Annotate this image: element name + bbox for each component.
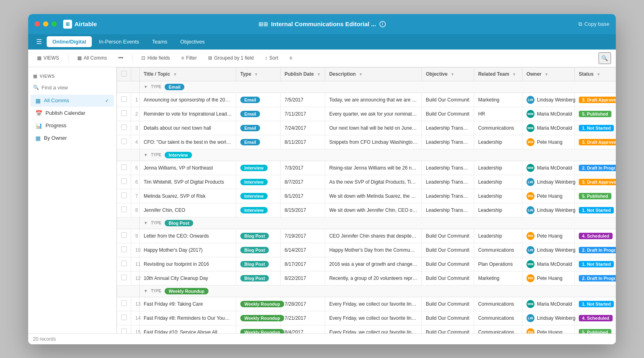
cell-owner[interactable]: LW Lindsay Weinberg	[522, 311, 574, 325]
cell-description[interactable]: Rising-star Jenna Williams will be 26 ne…	[325, 161, 421, 175]
cell-date[interactable]: 7/19/2017	[281, 229, 325, 243]
cell-type[interactable]: Email	[236, 135, 281, 149]
sidebar-item-publish-calendar[interactable]: 📅 Publish Calendar	[31, 107, 114, 119]
row-checkbox-cell[interactable]	[117, 121, 131, 135]
cell-objective[interactable]: Build Our Communit	[421, 271, 474, 285]
table-row[interactable]: 2 Reminder to vote for Inspirational Lea…	[117, 107, 616, 121]
table-row[interactable]: 10 Happy Mother's Day (2017) Blog Post 6…	[117, 243, 616, 257]
cell-date[interactable]: 7/11/2017	[281, 107, 325, 121]
row-checkbox[interactable]	[121, 139, 127, 144]
maximize-button[interactable]	[52, 21, 57, 27]
table-row[interactable]: 8 Jennifer Chin, CEO Interview 8/15/2017…	[117, 203, 616, 217]
tab-in-person-events[interactable]: In-Person Events	[93, 36, 145, 47]
header-description[interactable]: Description ▼	[325, 67, 421, 81]
header-checkbox[interactable]	[117, 67, 131, 81]
hide-fields-button[interactable]: ⊡ Hide fields	[137, 53, 174, 63]
cell-owner[interactable]: LW Lindsay Weinberg	[522, 243, 574, 257]
cell-team[interactable]: Communications	[474, 121, 522, 135]
header-related-team[interactable]: Related Team ▼	[474, 67, 522, 81]
header-objective[interactable]: Objective ▼	[421, 67, 474, 81]
cell-title[interactable]: Details about our next town hall	[140, 121, 236, 135]
cell-description[interactable]: Every quarter, we ask for your nominatio…	[325, 107, 421, 121]
cell-date[interactable]: 7/21/2017	[281, 311, 325, 325]
cell-date[interactable]: 8/22/2017	[281, 271, 325, 285]
cell-team[interactable]: Communications	[474, 297, 522, 311]
cell-title[interactable]: Letter from the CEO: Onwards	[140, 229, 236, 243]
cell-owner[interactable]: LW Lindsay Weinberg	[522, 175, 574, 189]
cell-description[interactable]: Happy Mother's Day from the Communicatio…	[325, 243, 421, 257]
tab-teams[interactable]: Teams	[147, 36, 173, 47]
sidebar-item-all-comms[interactable]: ▦ All Comms ✓	[31, 95, 114, 107]
row-checkbox-cell[interactable]	[117, 135, 131, 149]
cell-type[interactable]: Email	[236, 107, 281, 121]
cell-owner[interactable]: PH Pete Huang	[522, 135, 574, 149]
sidebar-item-progress[interactable]: 📊 Progress	[31, 120, 114, 132]
table-row[interactable]: 4 CFO: "Our talent is the best in the wo…	[117, 135, 616, 149]
row-height-button[interactable]: ≡	[285, 53, 296, 63]
row-checkbox[interactable]	[121, 178, 127, 184]
header-publish-date[interactable]: Publish Date ▼	[281, 67, 325, 81]
cell-date[interactable]: 7/28/2017	[281, 297, 325, 311]
table-row[interactable]: 3 Details about our next town hall Email…	[117, 121, 616, 135]
row-checkbox-cell[interactable]	[117, 93, 131, 107]
cell-description[interactable]: Our next town hall will be held on June …	[325, 121, 421, 135]
table-row[interactable]: 7 Melinda Suarez, SVP of Risk Interview …	[117, 189, 616, 203]
cell-owner[interactable]: PH Pete Huang	[522, 325, 574, 333]
group-button[interactable]: ⊞ Grouped by 1 field	[204, 53, 258, 63]
cell-date[interactable]: 7/24/2017	[281, 121, 325, 135]
cell-objective[interactable]: Build Our Communit	[421, 311, 474, 325]
cell-date[interactable]: 8/4/2017	[281, 325, 325, 333]
cell-objective[interactable]: Build Our Communit	[421, 257, 474, 271]
cell-team[interactable]: Leadership	[474, 135, 522, 149]
cell-status[interactable]: 2. Draft In Progr...	[574, 271, 616, 285]
cell-status[interactable]: 2. Draft In Progr...	[574, 243, 616, 257]
cell-team[interactable]: Leadership	[474, 175, 522, 189]
cell-title[interactable]: Revisiting our footprint in 2016	[140, 257, 236, 271]
minimize-button[interactable]	[43, 21, 48, 27]
cell-owner[interactable]: MM Maria McDonald	[522, 121, 574, 135]
filter-button[interactable]: ≡ Filter	[177, 53, 201, 63]
cell-title[interactable]: Happy Mother's Day (2017)	[140, 243, 236, 257]
cell-status[interactable]: 4. Scheduled	[574, 311, 616, 325]
cell-team[interactable]: Communications	[474, 311, 522, 325]
cell-description[interactable]: Every Friday, we collect our favorite li…	[325, 311, 421, 325]
cell-objective[interactable]: Leadership Transpar	[421, 161, 474, 175]
cell-type[interactable]: Weekly Roundup	[236, 311, 281, 325]
search-button[interactable]: 🔍	[599, 52, 611, 64]
all-comms-button[interactable]: ▦ All Comms	[73, 53, 111, 63]
row-checkbox-cell[interactable]	[117, 161, 131, 175]
row-checkbox[interactable]	[121, 110, 127, 116]
cell-description[interactable]: Today, we are announcing that we are the…	[325, 93, 421, 107]
cell-date[interactable]: 7/5/2017	[281, 93, 325, 107]
row-checkbox-cell[interactable]	[117, 271, 131, 285]
more-options-button[interactable]: •••	[114, 53, 128, 63]
row-checkbox-cell[interactable]	[117, 189, 131, 203]
cell-objective[interactable]: Leadership Transpar	[421, 135, 474, 149]
cell-owner[interactable]: MM Maria McDonald	[522, 107, 574, 121]
row-checkbox[interactable]	[121, 96, 127, 102]
cell-type[interactable]: Blog Post	[236, 243, 281, 257]
cell-owner[interactable]: MM Maria McDonald	[522, 257, 574, 271]
table-row[interactable]: 5 Jenna Williams, VP of Northeast Interv…	[117, 161, 616, 175]
cell-owner[interactable]: PH Pete Huang	[522, 229, 574, 243]
cell-type[interactable]: Interview	[236, 203, 281, 217]
cell-description[interactable]: CEO Jennifer Chin shares that despite ou…	[325, 229, 421, 243]
select-all-checkbox[interactable]	[121, 71, 127, 77]
cell-type[interactable]: Blog Post	[236, 229, 281, 243]
table-row[interactable]: 13 Fast Friday #9: Taking Care Weekly Ro…	[117, 297, 616, 311]
cell-status[interactable]: 1. Not Started	[574, 297, 616, 311]
cell-team[interactable]: Leadership	[474, 189, 522, 203]
row-checkbox[interactable]	[121, 207, 127, 212]
cell-date[interactable]: 8/11/2017	[281, 135, 325, 149]
cell-objective[interactable]: Build Our Communit	[421, 297, 474, 311]
cell-owner[interactable]: MM Maria McDonald	[522, 297, 574, 311]
cell-date[interactable]: 8/15/2017	[281, 203, 325, 217]
table-row[interactable]: 15 Fast Friday #10: Service Above All We…	[117, 325, 616, 333]
cell-owner[interactable]: LW Lindsay Weinberg	[522, 93, 574, 107]
row-checkbox-cell[interactable]	[117, 325, 131, 333]
table-row[interactable]: 12 10th Annual City Cleanup Day Blog Pos…	[117, 271, 616, 285]
cell-type[interactable]: Weekly Roundup	[236, 297, 281, 311]
row-checkbox-cell[interactable]	[117, 297, 131, 311]
cell-title[interactable]: Fast Friday #10: Service Above All	[140, 325, 236, 333]
row-checkbox-cell[interactable]	[117, 229, 131, 243]
